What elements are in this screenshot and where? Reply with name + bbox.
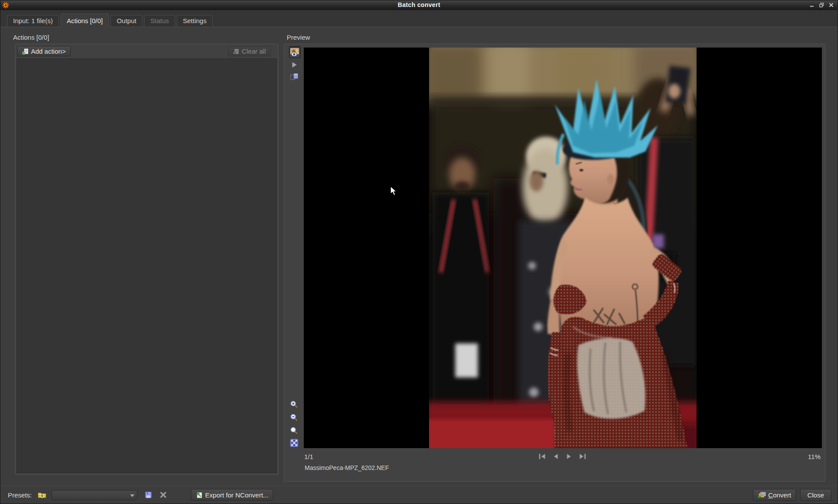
cross-delete-icon — [160, 491, 167, 498]
floppy-save-icon — [144, 491, 152, 499]
zoom-in-button[interactable] — [290, 401, 298, 410]
close-dialog-label: Close — [807, 491, 824, 499]
compare-button[interactable] — [290, 73, 299, 82]
zoom-out-button[interactable] — [290, 414, 298, 423]
previous-icon — [552, 453, 559, 460]
preview-toggle-button[interactable] — [289, 46, 301, 58]
delete-preset-button[interactable] — [158, 490, 168, 500]
next-image-button[interactable] — [565, 453, 574, 460]
convert-button[interactable]: Convert — [753, 489, 796, 501]
preview-canvas[interactable] — [304, 48, 822, 448]
export-nconvert-label: Export for NConvert... — [205, 491, 268, 499]
preset-select[interactable] — [52, 490, 137, 500]
compare-panels-icon — [290, 73, 299, 80]
close-button[interactable] — [828, 2, 834, 8]
magnifier-icon — [290, 427, 298, 434]
close-icon — [829, 3, 834, 7]
close-dialog-button[interactable]: Close — [800, 489, 831, 501]
chevron-down-icon — [130, 494, 134, 497]
preview-filename: MassimoPeca-MPZ_6202.NEF — [305, 464, 389, 471]
play-animation-button[interactable] — [292, 62, 297, 70]
document-plus-icon — [22, 48, 29, 55]
save-preset-button[interactable] — [143, 490, 154, 500]
tab-output[interactable]: Output — [110, 15, 142, 27]
restore-button[interactable] — [819, 2, 824, 8]
add-action-button[interactable]: Add action> — [17, 46, 71, 56]
tab-status: Status — [144, 15, 175, 27]
preview-toolbar — [284, 44, 304, 481]
export-nconvert-button[interactable]: Export for NConvert... — [191, 489, 273, 501]
preview-image[interactable] — [429, 48, 697, 448]
tab-settings[interactable]: Settings — [177, 15, 213, 27]
window-titlebar[interactable]: Batch convert — [0, 0, 838, 10]
document-clear-icon — [233, 48, 240, 55]
preview-nav-row: 1/1 11% — [304, 453, 821, 461]
presets-label: Presets: — [8, 491, 32, 499]
page-export-icon — [196, 491, 203, 499]
next-icon — [566, 453, 573, 460]
batch-convert-window: Batch convert Input: 1 file(s) Actions [… — [0, 0, 838, 504]
previous-image-button[interactable] — [551, 453, 560, 460]
fit-to-window-icon — [290, 439, 298, 447]
images-convert-icon — [758, 492, 766, 498]
magnifier-minus-icon — [290, 414, 298, 421]
load-preset-button[interactable] — [37, 490, 47, 500]
last-image-button[interactable] — [578, 453, 587, 460]
tab-bar: Input: 1 file(s) Actions [0/0] Output St… — [0, 10, 838, 27]
actions-list[interactable] — [17, 58, 277, 473]
zoom-level: 11% — [808, 453, 821, 460]
zoom-original-button[interactable] — [290, 427, 298, 436]
actions-toolbar: Add action> Clear all — [15, 44, 278, 58]
page-indicator: 1/1 — [304, 453, 313, 460]
first-image-button[interactable] — [538, 453, 547, 460]
convert-label: Convert — [768, 491, 791, 499]
fit-to-window-button[interactable] — [290, 439, 298, 449]
bottom-bar: Presets: — [0, 486, 838, 504]
image-eye-icon — [290, 48, 299, 57]
minimize-button[interactable] — [809, 2, 815, 8]
clear-all-label: Clear all — [242, 48, 266, 55]
first-icon — [538, 453, 546, 460]
minimize-icon — [810, 3, 814, 7]
last-icon — [579, 453, 587, 460]
preview-panel-title: Preview — [287, 34, 310, 41]
window-title: Batch convert — [0, 1, 838, 8]
tab-actions[interactable]: Actions [0/0] — [61, 14, 109, 27]
preview-panel: 1/1 11% MassimoPeca-MPZ_6202.NEF — [284, 44, 825, 482]
tab-input[interactable]: Input: 1 file(s) — [7, 15, 59, 27]
preview-photo-frame — [429, 48, 697, 448]
play-icon — [292, 62, 297, 68]
clear-all-button: Clear all — [228, 46, 271, 56]
actions-panel: Add action> Clear all — [15, 44, 278, 475]
add-action-label: Add action> — [31, 48, 66, 55]
magnifier-plus-icon — [290, 401, 298, 408]
actions-panel-title: Actions [0/0] — [13, 34, 49, 41]
restore-icon — [819, 3, 824, 7]
folder-import-icon — [38, 491, 47, 499]
